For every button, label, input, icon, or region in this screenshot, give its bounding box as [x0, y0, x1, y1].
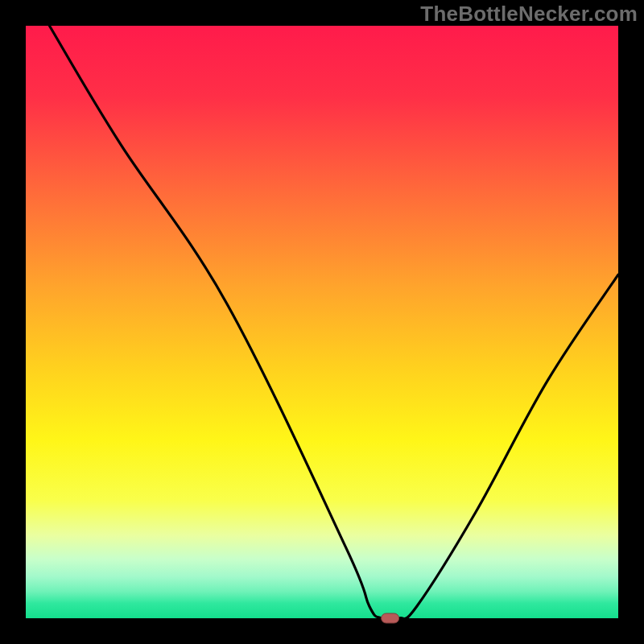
optimum-marker	[382, 613, 399, 623]
bottleneck-chart	[0, 0, 644, 644]
chart-stage: TheBottleNecker.com	[0, 0, 644, 644]
watermark-text: TheBottleNecker.com	[420, 2, 638, 27]
plot-background	[26, 26, 618, 618]
